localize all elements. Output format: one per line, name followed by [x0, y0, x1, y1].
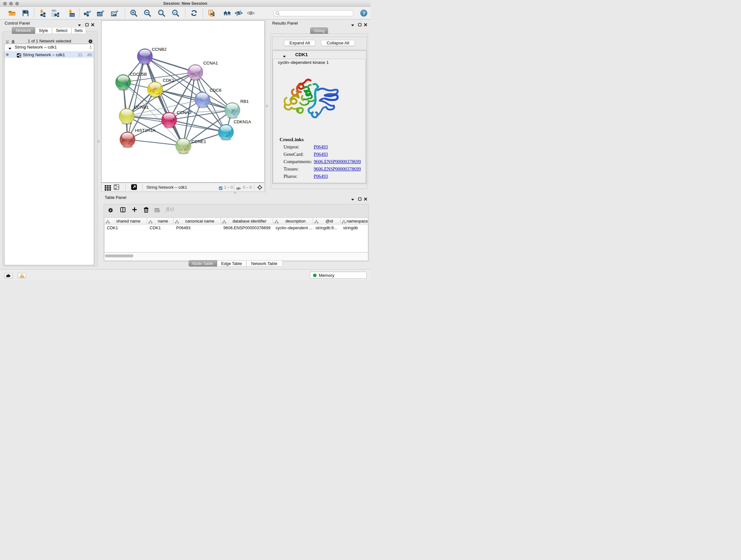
svg-text:CDC25B: CDC25B: [130, 72, 147, 77]
svg-text:CCNA2: CCNA2: [177, 110, 192, 115]
svg-text:CCNB2: CCNB2: [152, 47, 166, 52]
svg-text:HIST1H1A: HIST1H1A: [135, 128, 156, 133]
svg-text:CCNE1: CCNE1: [192, 139, 206, 144]
svg-text:CDC6: CDC6: [210, 88, 221, 92]
svg-text:CCNB1: CCNB1: [134, 105, 149, 110]
svg-text:CCNA1: CCNA1: [203, 61, 218, 65]
svg-text:CDK1: CDK1: [163, 78, 174, 83]
svg-text:RB1: RB1: [240, 99, 249, 104]
svg-text:CDKN1A: CDKN1A: [233, 119, 251, 124]
